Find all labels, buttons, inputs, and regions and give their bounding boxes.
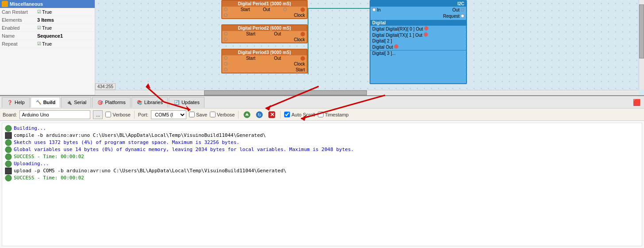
browse-button[interactable]: ... [93, 110, 103, 119]
prop-val-repeat: True [42, 41, 52, 46]
libraries-icon: 📚 [136, 99, 143, 105]
output-text-7: upload -p COM5 -b arduino:avr:uno C:\Use… [14, 167, 286, 174]
tab-help-label: Help [15, 100, 25, 105]
period1-start-port-out [283, 7, 287, 12]
period3-clock-label: Clock [294, 62, 305, 66]
period1-start-label: Start [240, 7, 250, 12]
timestamp-label: Timestamp [325, 112, 349, 117]
blue-digital3-row: Digital Out [370, 44, 466, 50]
verbose2-checkbox[interactable] [210, 112, 216, 117]
port-select[interactable]: COM5 (l [151, 110, 186, 119]
tab-bar: ❓ Help 🔨 Build 🔌 Serial 🎯 Platforms 📚 Li… [0, 96, 644, 108]
svg-point-8 [5, 140, 12, 146]
panel-title: Miscellaneous [10, 1, 43, 7]
autoscroll-checkbox[interactable] [284, 112, 290, 117]
coords-display: 434:255 [95, 83, 116, 90]
wire-dot2 [308, 56, 309, 57]
period2-header: Digital Period2 (6000 mS) [222, 25, 307, 31]
port-label: Port: [138, 112, 148, 117]
blue-digital3-label: Digital [372, 45, 385, 50]
v-scroll-thumb[interactable] [639, 4, 644, 58]
prop-val-can-restart: True [42, 9, 52, 15]
tab-build-label: Build [43, 100, 56, 105]
serial-icon: 🔌 [66, 99, 72, 105]
v-scrollbar[interactable] [639, 0, 644, 90]
tab-build[interactable]: 🔨 Build [31, 97, 61, 108]
blue-digital2-row: Digital[ 2 ] [370, 38, 466, 44]
tab-serial[interactable]: 🔌 Serial [61, 97, 91, 108]
blue-tx-out: Out [415, 33, 428, 38]
output-icon-2 [5, 132, 12, 139]
board-label: Board: [3, 112, 17, 117]
output-text-8: SUCCESS - Time: 00:00:02 [14, 174, 84, 182]
coords-text: 434:255 [97, 84, 113, 89]
period2-clock-row: Clock [222, 37, 307, 43]
svg-point-11 [5, 161, 12, 167]
tab-close-button[interactable]: 🟥 [631, 99, 642, 106]
output-line-1: Building... [5, 125, 639, 132]
build-icon: 🔨 [35, 99, 42, 105]
blue-in-row: In Out [370, 7, 466, 13]
tab-platforms-label: Platforms [105, 100, 125, 105]
wire-dot1 [308, 32, 309, 33]
prop-val-enabled: True [42, 25, 52, 31]
period3-start2-row: Start [222, 67, 307, 73]
period1-clock-row: Clock [222, 12, 307, 18]
period3-clock-row: Clock [222, 61, 307, 67]
main-canvas[interactable]: Digital Period1 (3000 mS) Start Out Cloc… [95, 0, 644, 95]
period2-block[interactable]: Digital Period2 (6000 mS) Start Out Cloc… [221, 24, 308, 43]
output-line-2: compile -b arduino:avr:uno C:\Users\BL\A… [5, 132, 639, 139]
svg-point-9 [5, 147, 12, 153]
autoscroll-group: Auto Scroll [284, 112, 315, 117]
period3-block[interactable]: Digital Period3 (9000 mS) Start Out Cloc… [221, 49, 308, 74]
tab-platforms[interactable]: 🎯 Platforms [92, 97, 130, 108]
checkbox-enabled: ☑ [37, 25, 41, 30]
save-checkbox[interactable] [189, 112, 195, 117]
panel-icon [2, 1, 8, 7]
tab-help[interactable]: ❓ Help [2, 97, 30, 108]
period3-start-label-out: Out [274, 56, 281, 61]
tab-libraries[interactable]: 📚 Libraries [131, 97, 168, 108]
tab-libraries-label: Libraries [144, 100, 163, 105]
output-text-5: SUCCESS - Time: 00:00:02 [14, 153, 84, 160]
h-scrollbar[interactable] [95, 90, 639, 95]
period2-out-dot [301, 32, 305, 36]
period2-start-port-in [224, 31, 228, 36]
h-scroll-thumb[interactable] [204, 90, 367, 95]
blue-digital-label2: Digital [372, 33, 385, 38]
canvas-inner[interactable]: Digital Period1 (3000 mS) Start Out Cloc… [95, 0, 644, 95]
output-icon-8 [5, 174, 12, 182]
upload-button[interactable] [242, 110, 252, 119]
tab-updates-label: Updates [181, 100, 200, 105]
blue-digital-label1: Digital [372, 27, 385, 31]
period1-start-row: Start Out [222, 7, 307, 12]
verbose1-checkbox[interactable] [105, 112, 111, 117]
blue-block[interactable]: I2C In Out Request Digital Digital Digit… [370, 0, 467, 84]
prop-val-name: Sequence1 [37, 33, 63, 39]
prop-can-restart: Can Restart ☑ True [0, 8, 95, 16]
tab-updates[interactable]: 🔄 Updates [169, 97, 204, 108]
board-input[interactable] [19, 110, 90, 119]
platforms-icon: 🎯 [97, 99, 103, 105]
blue-in-label: In [372, 8, 381, 12]
output-line-4: Global variables use 14 bytes (0%) of dy… [5, 146, 639, 153]
left-panel: Miscellaneous Can Restart ☑ True Element… [0, 0, 95, 95]
panel-header: Miscellaneous [0, 0, 95, 8]
prop-label-enabled: Enabled [2, 25, 37, 31]
svg-point-10 [5, 154, 12, 160]
period1-block[interactable]: Digital Period1 (3000 mS) Start Out Cloc… [221, 0, 308, 19]
prop-label-can-restart: Can Restart [2, 9, 37, 15]
output-area[interactable]: Building... compile -b arduino:avr:uno C… [2, 123, 642, 246]
period3-header: Digital Period3 (9000 mS) [222, 50, 307, 55]
output-text-2: compile -b arduino:avr:uno C:\Users\BL\A… [14, 132, 266, 139]
sep1 [134, 111, 135, 119]
prop-label-repeat: Repeat [2, 41, 37, 46]
refresh-button[interactable]: ↻ [255, 110, 264, 119]
verbose2-label: Verbose [217, 112, 235, 117]
output-icon-6 [5, 160, 12, 167]
blue-digital3-out [394, 44, 398, 49]
timestamp-checkbox[interactable] [318, 112, 324, 117]
blue-request-label: Request [443, 14, 464, 19]
period1-start-label-out: Out [263, 7, 270, 12]
stop-button[interactable]: ✕ [267, 110, 277, 119]
